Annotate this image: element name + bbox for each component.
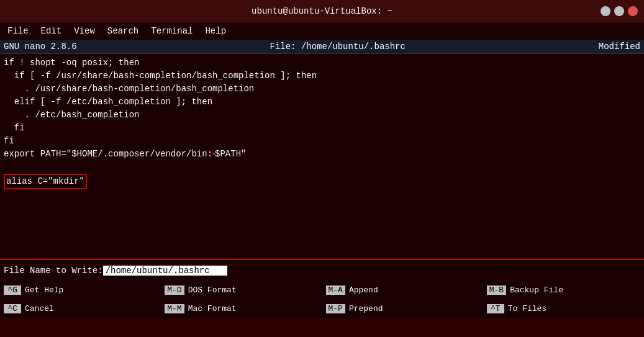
window-controls[interactable] [601,6,638,16]
prompt-area[interactable]: File Name to Write: /home/ubuntu/.bashrc [0,259,644,281]
shortcut-key-backup-file: M-B [487,285,506,295]
title-bar: ubuntu@ubuntu-VirtualBox: ~ [0,0,644,22]
shortcut-key-append: M-A [326,285,345,295]
shortcut-label-backup-file: Backup File [510,285,563,295]
shortcut-get-help: ^G Get Help [0,281,161,299]
shortcut-prepend: M-P Prepend [322,300,483,317]
window-title: ubuntu@ubuntu-VirtualBox: ~ [43,6,601,16]
shortcut-row-1: ^G Get Help M-D DOS Format M-A Append M-… [0,281,644,300]
shortcut-row-2: ^C Cancel M-M Mac Format M-P Prepend ^T … [0,300,644,318]
menu-terminal[interactable]: Terminal [146,25,197,37]
shortcut-to-files: ^T To Files [483,300,644,317]
shortcut-append: M-A Append [322,281,483,299]
prompt-label: File Name to Write: [4,266,103,276]
menu-search[interactable]: Search [102,25,143,37]
editor-area[interactable]: if ! shopt -oq posix; then if [ -f /usr/… [0,54,644,259]
shortcut-label-to-files: To Files [508,304,546,313]
nano-version: GNU nano 2.8.6 [4,42,77,52]
menu-bar: File Edit View Search Terminal Help [0,22,644,40]
highlighted-alias-line: alias C="mkdir" [4,174,87,189]
shortcut-label-cancel: Cancel [25,304,54,313]
close-button[interactable] [628,6,638,16]
nano-modified: Modified [599,42,640,52]
nano-filename: File: /home/ubuntu/.bashrc [270,42,405,52]
editor-content: if ! shopt -oq posix; then if [ -f /usr/… [4,56,640,189]
menu-help[interactable]: Help [200,25,231,37]
shortcut-bar: ^G Get Help M-D DOS Format M-A Append M-… [0,281,644,318]
shortcut-key-cancel: ^C [4,304,21,313]
shortcut-cancel: ^C Cancel [0,300,161,317]
menu-view[interactable]: View [69,25,100,37]
menu-file[interactable]: File [2,25,34,37]
shortcut-key-to-files: ^T [487,304,504,313]
shortcut-label-append: Append [349,285,378,295]
shortcut-label-mac-format: Mac Format [188,304,237,313]
shortcut-label-dos-format: DOS Format [188,285,237,295]
shortcut-label-prepend: Prepend [349,304,383,313]
shortcut-key-mac-format: M-M [165,304,184,313]
shortcut-label-get-help: Get Help [25,285,63,295]
shortcut-mac-format: M-M Mac Format [161,300,322,317]
menu-edit[interactable]: Edit [36,25,67,37]
maximize-button[interactable] [614,6,624,16]
prompt-input[interactable]: /home/ubuntu/.bashrc [103,266,227,276]
shortcut-dos-format: M-D DOS Format [161,281,322,299]
shortcut-key-get-help: ^G [4,285,21,295]
nano-header: GNU nano 2.8.6 File: /home/ubuntu/.bashr… [0,40,644,54]
shortcut-key-dos-format: M-D [165,285,184,295]
shortcut-key-prepend: M-P [326,304,345,313]
shortcut-backup-file: M-B Backup File [483,281,644,299]
minimize-button[interactable] [601,6,610,16]
